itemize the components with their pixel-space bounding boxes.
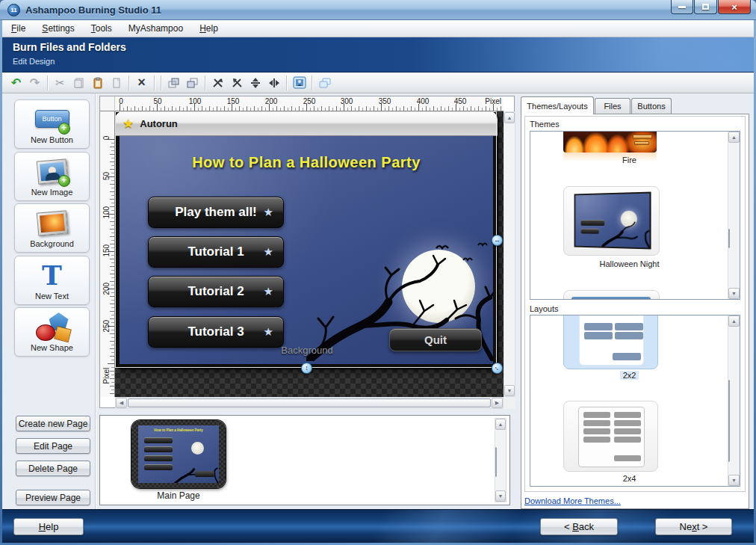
new-image-tool[interactable]: + New Image [14,152,90,201]
scroll-down-button[interactable]: ▼ [728,288,740,299]
canvas-vertical-scrollbar[interactable]: ▲ ▼ [504,111,515,397]
minimize-button[interactable] [671,0,693,14]
create-new-page-button[interactable]: Create new Page [16,416,90,431]
design-button-quit[interactable]: Quit [389,328,482,351]
toolbar-separator [47,76,48,90]
maximize-button[interactable] [694,0,717,14]
menu-tools[interactable]: Tools [91,23,112,34]
resize-handle-corner[interactable]: ↔ [492,363,503,374]
menu-tools-rest: ools [96,23,112,34]
tab-files[interactable]: Files [595,98,630,114]
bring-to-front-icon[interactable] [165,74,182,91]
scroll-up-button[interactable]: ▲ [504,112,515,123]
ruler-tick: 350 [379,97,391,105]
themes-list[interactable]: Fire [530,131,740,300]
align-horizontal-center-icon[interactable] [265,74,282,91]
back-pre: < [564,521,572,532]
plus-icon: + [58,123,70,135]
send-to-back-icon[interactable] [184,74,201,91]
halloween-thumb-button [581,220,605,226]
design-button-tutorial-1[interactable]: Tutorial 1 ★ [148,236,284,268]
flip-vertical-icon[interactable] [228,74,245,91]
arrow-down-icon: ▼ [507,388,512,393]
group-icon[interactable] [316,74,333,91]
help-rest: elp [46,521,58,532]
autorun-title-bar: ★ Autorun [115,111,498,136]
new-shape-tool[interactable]: New Shape [14,307,90,357]
scroll-thumb[interactable] [495,447,497,477]
new-shape-label: New Shape [31,343,73,352]
copy-icon[interactable] [70,74,87,91]
undo-icon[interactable]: ↶ [7,74,25,91]
scroll-down-button[interactable]: ▼ [728,475,740,486]
theme-item-partial[interactable] [563,290,660,300]
delete-icon[interactable]: × [133,74,150,91]
theme-item-halloween-night[interactable] [563,186,660,256]
tab-buttons[interactable]: Buttons [631,98,672,114]
flip-horizontal-icon[interactable] [209,74,226,91]
layouts-scrollbar[interactable]: ▲ ▼ [728,315,740,486]
help-button[interactable]: Help [13,518,84,535]
scroll-up-button[interactable]: ▲ [495,419,506,430]
align-vertical-center-icon[interactable] [247,74,264,91]
scroll-down-button[interactable]: ▼ [504,385,515,396]
scroll-thumb[interactable] [128,398,491,407]
preview-page-button[interactable]: Preview Page [16,490,90,505]
design-button-tutorial-3[interactable]: Tutorial 3 ★ [148,316,284,348]
menu-help[interactable]: Help [199,23,218,34]
themes-scrollbar[interactable]: ▲ ▼ [728,132,740,299]
theme-item-fire[interactable] [563,132,657,153]
button-label: Create new Page [19,419,88,429]
mini-button: Tutorial 3 [144,464,173,470]
star-icon: ★ [264,325,273,339]
delete-page-button[interactable]: Delete Page [16,461,90,476]
close-button[interactable]: × [718,0,751,14]
scroll-up-button[interactable]: ▲ [728,132,740,143]
resize-handle-bottom[interactable]: ↕ [301,363,312,374]
arrow-up-icon: ▲ [731,135,737,140]
autorun-preview-window[interactable]: ★ Autorun How to Plan a Halloween Party [115,111,498,369]
scroll-up-button[interactable]: ▲ [728,315,740,327]
scroll-left-button[interactable]: ◀ [116,398,127,408]
page-title: Burn Files and Folders [13,41,126,53]
layout-item-2x2[interactable] [563,315,658,369]
pages-scrollbar[interactable]: ▲ ▼ [495,418,506,502]
menu-settings[interactable]: Settings [42,23,74,34]
toolbar-separator [154,76,155,90]
next-rest: t > [697,521,708,532]
new-image-label: New Image [31,188,73,197]
canvas-horizontal-scrollbar[interactable]: ◀ ▶ [115,397,504,409]
design-heading-text[interactable]: How to Plan a Halloween Party [120,154,493,171]
app-icon-text: 11 [10,7,16,13]
scroll-right-button[interactable]: ▶ [492,398,503,408]
menu-myashampoo[interactable]: MyAshampoo [128,23,183,34]
back-button[interactable]: < Back [540,518,618,535]
ruler-tick: 400 [417,97,430,105]
scroll-thumb[interactable] [728,380,730,462]
layouts-label: Layouts [530,304,559,313]
duplicate-icon[interactable] [108,74,125,91]
scroll-thumb[interactable] [728,229,730,248]
cut-icon[interactable]: ✂ [52,74,69,91]
background-tool[interactable]: Background [14,203,90,253]
new-text-tool[interactable]: T New Text [14,256,90,305]
scroll-down-button[interactable]: ▼ [495,490,506,502]
design-button-play-all[interactable]: Play them all! ★ [148,197,284,228]
edit-page-button[interactable]: Edit Page [16,438,90,454]
redo-icon[interactable]: ↷ [26,74,43,91]
design-workspace[interactable]: ★ Autorun How to Plan a Halloween Party [115,111,504,397]
next-button[interactable]: Next > [655,518,732,535]
layout-bar [615,332,643,339]
tab-themes-layouts[interactable]: Themes/Layouts [521,96,594,114]
layout-bar [614,455,641,461]
layouts-list[interactable]: 2x2 2x4 [530,315,740,487]
new-button-tool[interactable]: Button + New Button [14,99,90,149]
menu-file[interactable]: File [11,23,25,34]
resize-handle-right[interactable]: ↔ [492,235,503,246]
layout-item-2x4[interactable] [563,401,658,472]
page-thumbnail-main[interactable]: How to Plan a Halloween Party Play them … [131,420,226,488]
paste-icon[interactable] [89,74,106,91]
insert-image-icon[interactable] [291,74,308,91]
design-button-tutorial-2[interactable]: Tutorial 2 ★ [148,276,284,307]
download-more-themes-link[interactable]: Download More Themes... [524,496,621,505]
